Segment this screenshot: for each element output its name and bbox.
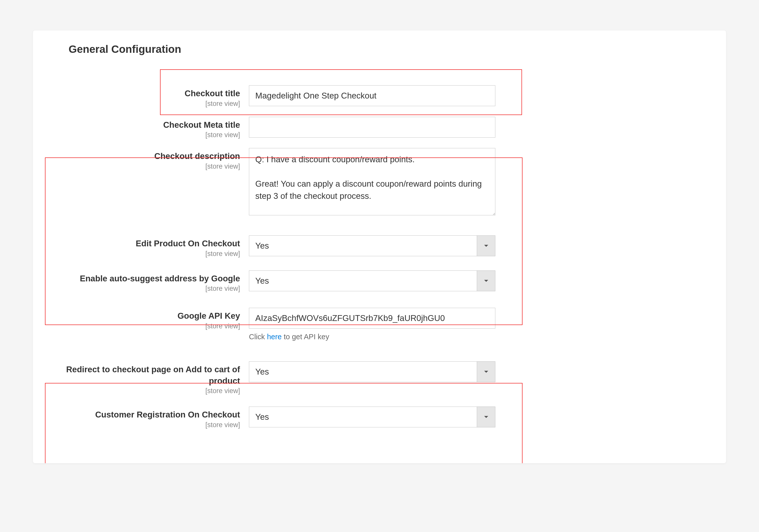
label-col: Redirect to checkout page on Add to cart… (41, 361, 249, 395)
hint-text-post: to get API key (282, 333, 329, 341)
config-panel: General Configuration Checkout title [st… (33, 30, 726, 463)
label-col: Enable auto-suggest address by Google [s… (41, 270, 249, 293)
field-label: Checkout title (185, 89, 240, 98)
row-google-api-key: Google API Key [store view] Click here t… (41, 301, 718, 353)
row-customer-registration: Customer Registration On Checkout [store… (41, 399, 718, 429)
field-label: Redirect to checkout page on Add to cart… (66, 365, 240, 386)
api-key-here-link[interactable]: here (267, 333, 282, 341)
chevron-down-icon (477, 361, 495, 382)
config-rows: Checkout title [store view] Checkout Met… (41, 63, 718, 429)
field-scope: [store view] (41, 322, 240, 330)
api-key-hint: Click here to get API key (249, 333, 495, 341)
label-col: Edit Product On Checkout [store view] (41, 235, 249, 258)
redirect-checkout-select[interactable]: Yes (249, 361, 495, 382)
field-col: Yes (249, 361, 495, 382)
select-value: Yes (249, 412, 477, 422)
row-checkout-meta-title: Checkout Meta title [store view] (41, 112, 718, 144)
field-scope: [store view] (41, 131, 240, 139)
field-scope: [store view] (41, 100, 240, 108)
checkout-title-input[interactable] (249, 85, 495, 106)
field-label: Edit Product On Checkout (136, 239, 240, 248)
field-col: Yes (249, 406, 495, 427)
row-auto-suggest: Enable auto-suggest address by Google [s… (41, 262, 718, 301)
label-col: Google API Key [store view] (41, 308, 249, 330)
field-label: Checkout description (154, 151, 240, 161)
row-checkout-description: Checkout description [store view] (41, 143, 718, 227)
checkout-description-textarea[interactable] (249, 148, 495, 215)
chevron-down-icon (477, 236, 495, 256)
label-col: Customer Registration On Checkout [store… (41, 406, 249, 429)
customer-registration-select[interactable]: Yes (249, 406, 495, 427)
select-value: Yes (249, 276, 477, 286)
section-title: General Configuration (41, 41, 718, 63)
field-scope: [store view] (41, 250, 240, 258)
field-scope: [store view] (41, 285, 240, 292)
edit-product-select[interactable]: Yes (249, 235, 495, 256)
label-col: Checkout title [store view] (41, 85, 249, 108)
field-col (249, 148, 495, 217)
google-api-key-input[interactable] (249, 308, 495, 328)
label-col: Checkout description [store view] (41, 148, 249, 171)
chevron-down-icon (477, 271, 495, 291)
field-scope: [store view] (41, 421, 240, 429)
checkout-meta-title-input[interactable] (249, 117, 495, 138)
select-value: Yes (249, 367, 477, 377)
row-edit-product: Edit Product On Checkout [store view] Ye… (41, 227, 718, 262)
select-value: Yes (249, 241, 477, 251)
row-redirect-checkout: Redirect to checkout page on Add to cart… (41, 353, 718, 399)
field-col: Yes (249, 235, 495, 256)
field-label: Google API Key (178, 311, 240, 321)
auto-suggest-select[interactable]: Yes (249, 270, 495, 291)
field-col (249, 85, 495, 106)
field-label: Customer Registration On Checkout (95, 410, 240, 419)
field-label: Enable auto-suggest address by Google (80, 274, 240, 283)
field-col: Click here to get API key (249, 308, 495, 341)
field-col: Yes (249, 270, 495, 291)
field-scope: [store view] (41, 163, 240, 171)
field-col (249, 117, 495, 138)
label-col: Checkout Meta title [store view] (41, 117, 249, 139)
field-label: Checkout Meta title (163, 120, 240, 130)
chevron-down-icon (477, 407, 495, 427)
field-scope: [store view] (41, 387, 240, 395)
row-checkout-title: Checkout title [store view] (41, 81, 718, 112)
hint-text-pre: Click (249, 333, 267, 341)
